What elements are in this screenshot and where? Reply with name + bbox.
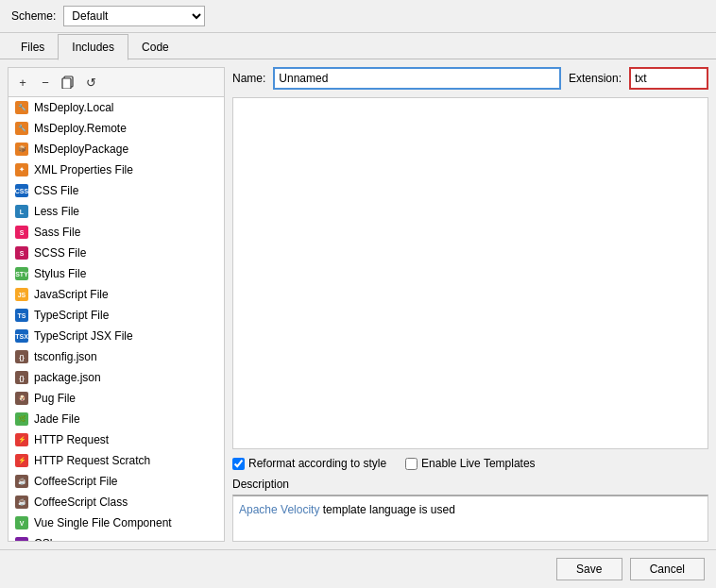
file-item-name: MsDeploy.Remote [34, 122, 127, 135]
name-input[interactable] [273, 67, 561, 90]
scheme-bar: Scheme: Default [0, 0, 716, 33]
file-item-name: Sass File [34, 226, 80, 239]
file-item-name: tsconfig.json [34, 350, 97, 363]
description-label: Description [232, 478, 708, 491]
live-templates-label: Enable Live Templates [421, 457, 536, 470]
tabs-bar: Files Includes Code [0, 33, 716, 59]
tab-includes[interactable]: Includes [58, 34, 128, 60]
file-type-icon: STY [14, 266, 29, 281]
file-type-icon: ✦ [14, 162, 29, 177]
tab-files[interactable]: Files [8, 34, 58, 59]
list-item[interactable]: ✦XML Properties File [9, 160, 224, 180]
list-item[interactable]: TSXTypeScript JSX File [9, 326, 224, 346]
file-item-name: MsDeployPackage [34, 143, 128, 156]
extension-input[interactable] [631, 69, 707, 88]
reset-button[interactable]: ↺ [80, 72, 101, 92]
file-type-icon: L [14, 204, 29, 219]
file-type-icon: ⚡ [14, 453, 29, 468]
reformat-label: Reformat according to style [248, 457, 386, 470]
live-templates-checkbox-label[interactable]: Enable Live Templates [405, 457, 536, 470]
file-type-icon: ☕ [14, 474, 29, 489]
list-item[interactable]: STYStylus File [9, 263, 224, 284]
file-item-name: CoffeeScript Class [34, 496, 128, 509]
file-type-icon: V [14, 515, 29, 530]
list-item[interactable]: 🔧MsDeploy.Remote [9, 118, 224, 139]
file-type-icon: {} [14, 349, 29, 364]
save-button[interactable]: Save [556, 558, 622, 580]
file-type-icon: CSS [14, 183, 29, 198]
remove-button[interactable]: − [35, 72, 56, 92]
file-item-name: Vue Single File Component [34, 516, 172, 529]
list-item[interactable]: ⚡HTTP Request Scratch [9, 450, 224, 471]
file-type-icon: C# [14, 536, 29, 541]
list-item[interactable]: C#CSharp [9, 533, 224, 541]
list-item[interactable]: {}tsconfig.json [9, 346, 224, 367]
file-item-name: MsDeploy.Local [34, 101, 113, 114]
file-item-name: TypeScript JSX File [34, 329, 133, 343]
list-item[interactable]: ☕CoffeeScript File [9, 471, 224, 492]
list-toolbar: + − ↺ [9, 68, 224, 97]
list-item[interactable]: 🌿Jade File [9, 409, 224, 429]
list-item[interactable]: 🔧MsDeploy.Local [9, 97, 224, 118]
list-item[interactable]: SSCSS File [9, 243, 224, 263]
file-item-name: Pug File [34, 392, 76, 405]
file-type-icon: 🔧 [14, 100, 29, 115]
file-type-icon: 🔧 [14, 121, 29, 136]
scheme-label: Scheme: [11, 9, 56, 23]
file-type-icon: 🌿 [14, 412, 29, 427]
file-type-icon: TS [14, 308, 29, 323]
copy-button[interactable] [58, 72, 78, 92]
list-item[interactable]: JSJavaScript File [9, 284, 224, 305]
reformat-checkbox-label[interactable]: Reformat according to style [232, 457, 386, 470]
file-type-icon: S [14, 245, 29, 260]
tab-code[interactable]: Code [128, 34, 182, 59]
reformat-checkbox[interactable] [232, 458, 245, 470]
svg-rect-1 [62, 78, 71, 89]
list-item[interactable]: {}package.json [9, 367, 224, 388]
description-text: template language is used [319, 503, 454, 516]
file-type-icon: {} [14, 370, 29, 385]
list-item[interactable]: SSass File [9, 222, 224, 243]
file-item-name: HTTP Request Scratch [34, 454, 150, 467]
add-button[interactable]: + [12, 72, 33, 92]
list-item[interactable]: 🐶Pug File [9, 388, 224, 409]
file-item-name: TypeScript File [34, 309, 109, 322]
file-list[interactable]: 🔧MsDeploy.Local🔧MsDeploy.Remote📦MsDeploy… [9, 97, 224, 541]
list-item[interactable]: LLess File [9, 201, 224, 222]
description-section: Description Apache Velocity template lan… [232, 478, 708, 542]
description-link[interactable]: Apache Velocity [239, 503, 319, 516]
file-type-icon: ☕ [14, 495, 29, 510]
extension-wrapper [629, 67, 708, 90]
list-item[interactable]: ⚡HTTP Request [9, 429, 224, 450]
description-box: Apache Velocity template language is use… [232, 495, 708, 542]
file-item-name: SCSS File [34, 246, 86, 260]
file-item-name: Less File [34, 205, 79, 218]
cancel-button[interactable]: Cancel [630, 558, 705, 580]
list-item[interactable]: TSTypeScript File [9, 305, 224, 326]
file-item-name: XML Properties File [34, 163, 133, 176]
file-item-name: HTTP Request [34, 433, 109, 446]
file-item-name: JavaScript File [34, 288, 109, 301]
list-item[interactable]: ☕CoffeeScript Class [9, 492, 224, 512]
preview-area [232, 97, 708, 449]
main-content: + − ↺ 🔧MsDeploy.Local🔧MsDeploy.Remote📦Ms… [0, 59, 716, 549]
file-type-icon: 🐶 [14, 391, 29, 406]
file-item-name: CSharp [34, 537, 73, 541]
left-panel: + − ↺ 🔧MsDeploy.Local🔧MsDeploy.Remote📦Ms… [8, 67, 225, 542]
file-type-icon: JS [14, 287, 29, 302]
name-label: Name: [232, 72, 265, 85]
main-window: Scheme: Default Files Includes Code + − … [0, 0, 716, 588]
list-item[interactable]: CSSCSS File [9, 180, 224, 201]
bottom-buttons: Save Cancel [0, 549, 716, 588]
file-type-icon: 📦 [14, 142, 29, 157]
file-type-icon: S [14, 225, 29, 240]
right-panel: Name: Extension: Reformat according to s… [232, 67, 708, 542]
scheme-select[interactable]: Default [63, 6, 205, 26]
file-item-name: CSS File [34, 184, 78, 197]
live-templates-checkbox[interactable] [405, 458, 418, 470]
name-extension-row: Name: Extension: [232, 67, 708, 90]
file-type-icon: ⚡ [14, 432, 29, 447]
list-item[interactable]: 📦MsDeployPackage [9, 139, 224, 160]
list-item[interactable]: VVue Single File Component [9, 512, 224, 533]
file-item-name: CoffeeScript File [34, 475, 117, 488]
